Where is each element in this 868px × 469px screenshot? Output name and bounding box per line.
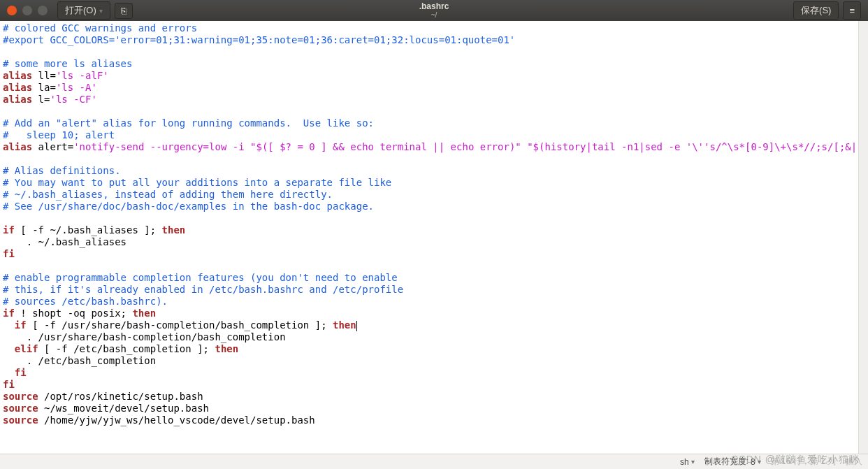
chevron-down-icon: ▾ xyxy=(758,458,761,466)
chevron-down-icon: ▾ xyxy=(691,458,695,466)
insert-label: 插入 xyxy=(846,456,862,468)
toolbar-right: 保存(S) ≡ xyxy=(793,1,861,20)
close-icon[interactable] xyxy=(7,6,17,15)
code-line: #export GCC_COLORS='error=01;31:warning=… xyxy=(3,34,515,45)
insert-mode-indicator[interactable]: 插入 xyxy=(846,456,862,468)
tabwidth-value: 8 xyxy=(751,457,755,467)
new-doc-icon: ⎘ xyxy=(121,6,126,16)
filepath-label: ~/ xyxy=(419,11,449,19)
filename-label: .bashrc xyxy=(419,2,449,11)
language-mode-selector[interactable]: sh ▾ xyxy=(680,457,695,467)
status-bar: sh ▾ 制表符宽度: 8 ▾ 第 16 行，第 1 列 插入 xyxy=(0,454,868,469)
open-button[interactable]: 打开(O) ▾ xyxy=(57,1,110,20)
minimize-icon[interactable] xyxy=(22,6,32,15)
save-label: 保存(S) xyxy=(801,4,831,17)
chevron-down-icon: ▾ xyxy=(99,7,103,15)
text-cursor xyxy=(356,321,357,331)
hamburger-icon: ≡ xyxy=(849,6,855,16)
code-line: # colored GCC warnings and errors xyxy=(3,22,197,34)
maximize-icon[interactable] xyxy=(38,6,48,15)
code-token: alias xyxy=(3,70,32,81)
save-button[interactable]: 保存(S) xyxy=(793,1,839,20)
linecol-label: 第 16 行，第 1 列 xyxy=(771,456,836,468)
toolbar-left: 打开(O) ▾ ⎘ xyxy=(57,1,133,20)
open-label: 打开(O) xyxy=(65,4,96,17)
code-line: # some more ls aliases xyxy=(3,58,132,69)
tab-width-selector[interactable]: 制表符宽度: 8 ▾ xyxy=(704,456,761,468)
menu-button[interactable]: ≡ xyxy=(843,1,861,20)
tabwidth-label: 制表符宽度: xyxy=(704,456,748,468)
window-controls xyxy=(0,6,48,15)
vertical-scrollbar[interactable] xyxy=(858,21,868,454)
title-center: .bashrc ~/ xyxy=(419,2,449,19)
line-col-indicator[interactable]: 第 16 行，第 1 列 xyxy=(771,456,836,468)
language-label: sh xyxy=(680,457,689,467)
new-tab-button[interactable]: ⎘ xyxy=(115,3,133,19)
window-titlebar: 打开(O) ▾ ⎘ .bashrc ~/ 保存(S) ≡ xyxy=(0,0,868,21)
editor-area[interactable]: # colored GCC warnings and errors #expor… xyxy=(0,21,868,454)
